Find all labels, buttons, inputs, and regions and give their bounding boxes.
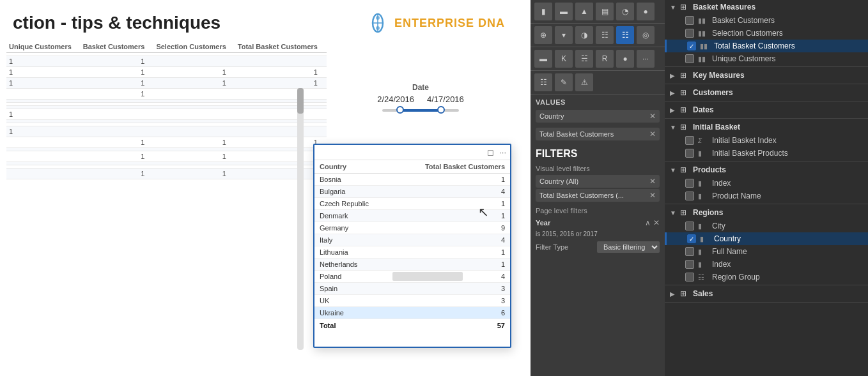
date-slider[interactable] [369, 107, 472, 114]
checkbox-icon[interactable] [685, 222, 694, 230]
value-pill-country[interactable]: Country ✕ [536, 110, 660, 123]
tree-arrow-icon: ▼ [670, 4, 678, 11]
checkbox-icon[interactable] [685, 136, 694, 145]
toolbar-icon-kpi[interactable]: K [555, 50, 573, 68]
tree-group-basket-measures[interactable]: ▼⊞Basket Measures [665, 0, 868, 14]
field-icon: ▮ [698, 222, 702, 230]
table-cell [153, 126, 235, 137]
scroll-thumb[interactable] [297, 88, 304, 114]
left-panel: ction - tips & techniques ENTERPRISE DNA… [0, 0, 531, 376]
checkbox-icon[interactable] [685, 260, 694, 269]
toolbar-row-3: ▬ K ☵ R ● ··· [531, 47, 665, 71]
more-icon[interactable]: ··· [499, 147, 506, 157]
toolbar-icon-slicer[interactable]: ☵ [575, 50, 593, 68]
filter-chip-tbc-remove[interactable]: ✕ [649, 191, 656, 200]
toolbar-icon-chart-col[interactable]: ▤ [596, 3, 614, 20]
year-close-icon[interactable]: ✕ [653, 218, 660, 227]
table-row: 111 [6, 137, 327, 148]
checkbox-icon[interactable]: ✓ [687, 41, 696, 50]
scroll-bar[interactable] [297, 88, 304, 350]
toolbar-icon-chart-area[interactable]: ▲ [575, 3, 593, 20]
tree-group-products[interactable]: ▼⊞Products [665, 163, 868, 177]
toolbar-icon-fields[interactable]: ☷ [534, 73, 552, 91]
checkbox-icon[interactable] [685, 192, 694, 200]
tree-group-key-measures[interactable]: ▶⊞Key Measures [665, 68, 868, 82]
year-filter-value: is 2015, 2016 or 2017 [531, 230, 665, 240]
toolbar-icon-pie[interactable]: ◔ [616, 3, 634, 20]
tree-child-product-name[interactable]: ▮Product Name [665, 190, 868, 202]
toolbar-icon-r[interactable]: R [596, 50, 614, 68]
toolbar-icon-chart-bar[interactable]: ▮ [534, 3, 552, 20]
year-filter-controls[interactable]: ∧ ✕ [645, 218, 660, 227]
page-filters-section: Page level filters Year ∧ ✕ is 2015, 201… [531, 204, 665, 254]
tree-child-unique-customers[interactable]: ▮▮Unique Customers [665, 52, 868, 65]
checkbox-icon[interactable] [685, 29, 694, 38]
tree-child-basket-customers[interactable]: ▮▮Basket Customers [665, 14, 868, 27]
value-pill-tbc[interactable]: Total Basket Customers ✕ [536, 128, 660, 140]
tree-child-selection-customers[interactable]: ▮▮Selection Customers [665, 27, 868, 40]
table-cell: 1 [153, 137, 235, 148]
filter-chip-tbc[interactable]: Total Basket Customers (... ✕ [536, 189, 660, 202]
toolbar-icon-matrix[interactable]: ☷ [616, 26, 634, 44]
mini-table-row: Bosnia1 [314, 174, 510, 186]
filter-chip-country-remove[interactable]: ✕ [649, 177, 656, 186]
toolbar-icon-more[interactable]: ··· [637, 50, 655, 68]
toolbar-icon-scatter[interactable]: ⊕ [534, 26, 552, 44]
tree-child-index[interactable]: ▮Index [665, 177, 868, 190]
tree-child-initial-basket-index[interactable]: ΣInitial Basket Index [665, 134, 868, 147]
tree-arrow-icon: ▶ [670, 89, 678, 96]
tree-child-full-name[interactable]: ▮Full Name [665, 245, 868, 258]
tree-child-city[interactable]: ▮City [665, 220, 868, 232]
tree-group-label: Initial Basket [693, 123, 740, 132]
expand-icon[interactable]: ◻ [487, 147, 494, 157]
table-row: 1111 [6, 78, 327, 89]
checkbox-icon[interactable] [685, 16, 694, 25]
toolbar-icon-table[interactable]: ☷ [596, 26, 614, 44]
tree-arrow-icon: ▼ [670, 124, 678, 131]
filter-chip-country[interactable]: Country (All) ✕ [536, 175, 660, 188]
mini-country-cell: UK [314, 295, 392, 307]
tree-group-dates[interactable]: ▶⊞Dates [665, 103, 868, 117]
tree-group-sales[interactable]: ▶⊞Sales [665, 287, 868, 301]
field-icon: ▮ [698, 260, 702, 269]
tree-child-total-basket-customers[interactable]: ✓▮▮Total Basket Customers [665, 40, 868, 52]
mini-country-cell: Czech Republic [314, 198, 392, 210]
toolbar-icon-format[interactable]: ✎ [555, 73, 573, 91]
toolbar-icon-funnel[interactable]: ▾ [555, 26, 573, 44]
date-filter[interactable]: Date 2/24/2016 4/17/2016 [369, 83, 472, 114]
toolbar-icon-analytics[interactable]: ⚠ [575, 73, 593, 91]
toolbar-icon-gauge[interactable]: ◑ [575, 26, 593, 44]
tree-child-country[interactable]: ✓▮Country [665, 232, 868, 245]
value-remove-tbc[interactable]: ✕ [649, 130, 656, 139]
toolbar-icon-globe2[interactable]: ● [616, 50, 634, 68]
tree-group-initial-basket[interactable]: ▼⊞Initial Basket [665, 120, 868, 134]
tree-child-region-group[interactable]: ☷Region Group [665, 271, 868, 283]
checkbox-icon[interactable] [685, 179, 694, 188]
tree-group-label: Key Measures [693, 71, 745, 80]
toolbar-row-sub: ☷ ✎ ⚠ [531, 71, 665, 94]
checkbox-icon[interactable] [685, 273, 694, 282]
mini-country-cell: Netherlands [314, 259, 392, 271]
checkbox-icon[interactable]: ✓ [687, 234, 696, 243]
checkbox-icon[interactable] [685, 149, 694, 158]
checkbox-icon[interactable] [685, 247, 694, 256]
tree-group-regions[interactable]: ▼⊞Regions [665, 206, 868, 220]
toolbar-icon-card[interactable]: ▬ [534, 50, 552, 68]
year-expand-icon[interactable]: ∧ [645, 218, 651, 227]
tree-group-icon: ⊞ [680, 208, 690, 217]
table-cell [235, 109, 327, 120]
filter-type-select[interactable]: Basic filtering [597, 241, 660, 253]
checkbox-icon[interactable] [685, 54, 694, 63]
toolbar-icon-map[interactable]: ● [637, 3, 655, 20]
table-cell [153, 109, 235, 120]
table-cell [6, 89, 81, 100]
field-icon: ▮ [698, 192, 702, 200]
toolbar-icon-globe[interactable]: ◎ [637, 26, 655, 44]
tree-group-customers[interactable]: ▶⊞Customers [665, 86, 868, 100]
tree-child-index[interactable]: ▮Index [665, 258, 868, 271]
mini-value-cell: 1 [392, 246, 510, 259]
toolbar-icon-chart-line[interactable]: ▬ [555, 3, 573, 20]
value-remove-country[interactable]: ✕ [649, 112, 656, 121]
field-type-icon: ▮▮ [698, 29, 708, 38]
tree-child-initial-basket-products[interactable]: ▮Initial Basket Products [665, 147, 868, 160]
